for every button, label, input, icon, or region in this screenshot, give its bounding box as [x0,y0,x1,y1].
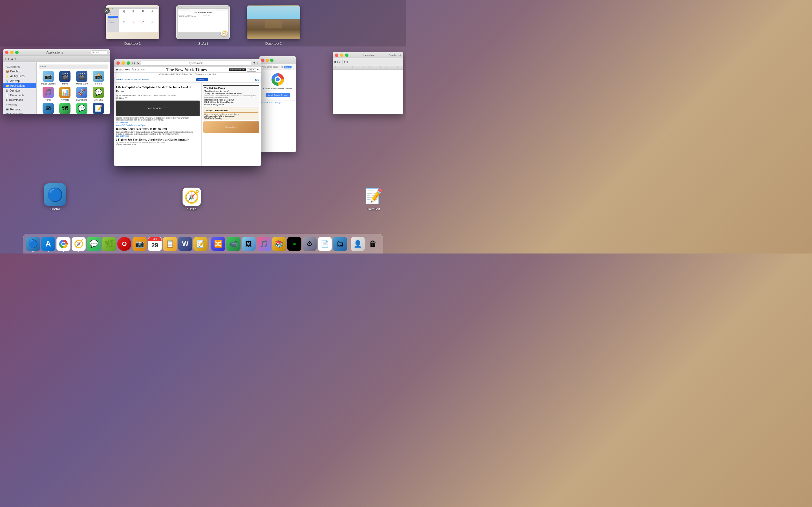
install-chrome-button[interactable]: Install Google Chrome [266,93,290,97]
times-insider-item3[interactable]: What We're Reading [204,117,258,119]
nyt-fullscreen-button[interactable] [126,61,130,65]
textedit-content-area[interactable] [333,69,403,114]
search-btn[interactable]: 🔍 SEARCH [132,68,145,71]
sidebar-item-downloads[interactable]: ⬇Downloads [3,98,36,103]
recipe-thumbnail[interactable]: Recipes from... [203,121,259,133]
nav-forward-button[interactable]: › [8,57,9,61]
opinion-item-1[interactable]: 'Two Countries, No Home' [204,90,258,92]
app-image-capture[interactable]: 📷 Image Capture [41,71,56,85]
google-close[interactable] [261,59,264,62]
reload-icon[interactable]: ↻ [137,61,139,64]
dock-limechat[interactable]: 🌿 [102,237,116,251]
dock-chrome[interactable] [56,237,70,251]
nav-back-button[interactable]: ‹ [5,57,6,61]
app-iphoto[interactable]: 📸 iPhoto [91,71,106,85]
main-article-title[interactable]: Life in Capital of a Caliphate: Harsh Ru… [116,85,200,93]
dock-calendar[interactable]: NOV 29 [148,237,162,251]
textedit-dock-icon[interactable]: 📝 [364,186,384,206]
dock-trash[interactable]: 🗑 [366,237,380,251]
app-imovie-909[interactable]: 🎬 iMovie 9.0.9 [74,71,89,85]
sections-menu[interactable]: ☰ SECTIONS [116,68,130,71]
dock-writer[interactable]: W [178,237,192,251]
sidebar-item-dropbox[interactable]: 📦Dropbox [3,69,36,74]
dock-terminal[interactable]: ⌨ [287,237,301,251]
finder-dock-icon[interactable]: 🔵 [44,183,66,206]
nyt-minimize-button[interactable] [121,61,125,65]
video-thumbnail[interactable]: ► PLAY VIDEO | 2:17 [116,101,200,116]
align-left[interactable]: ≡ [344,61,346,63]
url-bar[interactable]: nytimes.com [141,61,251,66]
textedit-icon-area[interactable]: 📝 TextEdit [364,186,384,211]
space-desktop2[interactable]: Desktop 2 [247,5,300,46]
app-itunes[interactable]: 🎵 iTunes [41,87,56,101]
nav-forward[interactable]: › [134,61,135,64]
dock-filemerge[interactable]: 🔀 [211,237,225,251]
opinion-item-french-food[interactable]: Bittman: French Food Goes Down [204,99,258,101]
opinion-item-2[interactable]: Turkey Can Teach Israel How to End Terro… [204,93,258,95]
dock-appstore[interactable]: A [41,237,55,251]
ibm-cta-button[interactable]: See why → [196,78,208,81]
desktop2-thumbnail[interactable] [247,5,300,39]
settings-icon[interactable]: ⚙ [257,68,259,71]
dock-notefile[interactable]: 📋 [163,237,177,251]
google-signin-button[interactable]: Sign in [284,66,291,68]
minimize-button[interactable] [10,51,13,54]
finder-window[interactable]: Applications ‹ › ⊞ ≡ ⋮ FAVORITES 📦Dropbo… [3,49,110,114]
dock-sysprefs[interactable]: ⚙ [303,237,317,251]
finder-icon-area[interactable]: 🔵 Finder [44,183,66,211]
share-icon[interactable]: ⬆ [253,61,255,64]
google-gmail[interactable]: Gmail [267,66,272,68]
textedit-close[interactable] [335,54,338,57]
opinion-item-money[interactable]: Edell: Milking the Money Machine [204,101,258,103]
dock-oracle[interactable]: O [117,237,132,251]
safari-thumbnail[interactable]: nytimes.com The New York Times Life in C… [176,5,230,39]
article2-comments[interactable]: 329 Comments [116,135,200,137]
google-full[interactable] [270,59,273,62]
privacy-link[interactable]: Privacy & Terms [261,102,273,104]
times-insider-item2[interactable]: A Photographer's First Assignment [204,115,258,117]
sidebar-item-all-my-files[interactable]: ⭐All My Files [3,74,36,78]
dock-finder[interactable]: 🔵 [26,237,40,251]
app-imovie[interactable]: 🎬 iMovie [57,71,73,85]
dock-contacts[interactable]: 👤 [351,237,365,251]
subscribe-button[interactable]: SUBSCRIBE NOW [229,68,246,71]
dock-newfile[interactable]: 📄 [318,237,332,251]
dock-safari[interactable]: 🧭 [71,237,86,251]
google-you[interactable]: +You [261,66,266,68]
app-mail[interactable]: ✉ Mail [41,103,56,114]
safari-icon-area[interactable]: 🧭 Safari [183,187,201,211]
safari-floating-icon[interactable]: 🧭 [183,187,201,206]
dock-note2[interactable]: 📝 [193,237,207,251]
dock-iphoto[interactable]: 🖼 [242,237,256,251]
dock-finder2[interactable]: 🗂 [333,237,347,251]
times-insider-item1[interactable]: Behind the scenes at The New York Times [204,113,258,115]
dock-itunes[interactable]: 🎵 [257,237,271,251]
textedit-min[interactable] [340,54,343,57]
textedit-window[interactable]: Helvetica Regular 11 B I U ≡ ≡ [333,52,403,114]
login-button[interactable]: LOG IN [247,68,256,71]
sidebar-item-airdrop[interactable]: 📡AirDrop [3,78,36,83]
dock-facetime[interactable]: 📹 [226,237,241,251]
dock-ibooks[interactable]: 📚 [272,237,286,251]
app-launchpad[interactable]: 🚀 Launchpad [74,87,89,101]
google-images[interactable]: Images [273,66,280,68]
sidebar-item-remote[interactable]: 💻Remote... [3,107,36,112]
app-maps[interactable]: 🗺 Maps [57,103,73,114]
align-center[interactable]: ≡ [347,61,348,63]
app-messages[interactable]: 💬 Messages [74,103,89,114]
sidebar-item-applications[interactable]: 📁Applications [3,83,36,88]
underline-button[interactable]: U [339,61,341,63]
italic-button[interactable]: I [337,61,338,63]
app-keynote[interactable]: 📊 Keynote [57,87,73,101]
bold-button[interactable]: B [335,61,336,63]
nyt-safari-window[interactable]: ‹ › ↻ nytimes.com ⬆ + ☰ SECTIONS 🔍 SEARC… [114,59,261,166]
google-min[interactable] [266,59,269,62]
sidebar-item-documents[interactable]: 📄Documents [3,93,36,98]
article3-title[interactable]: 2 Fighter Jets Shot Down, Ukraine Says, … [116,138,200,141]
google-apps-icon[interactable]: ⊞ [281,65,283,68]
article2-title[interactable]: In Israel, Kerry Sees 'Work to Do' on De… [116,127,200,130]
close-button[interactable] [5,51,8,54]
app-limechat[interactable]: 💬 LimeChat [91,87,106,101]
sidebar-item-desktop[interactable]: 🖥Desktop [3,88,36,93]
opinion-item-401k[interactable]: Op-Ed: A 401(k) for All [204,103,258,105]
